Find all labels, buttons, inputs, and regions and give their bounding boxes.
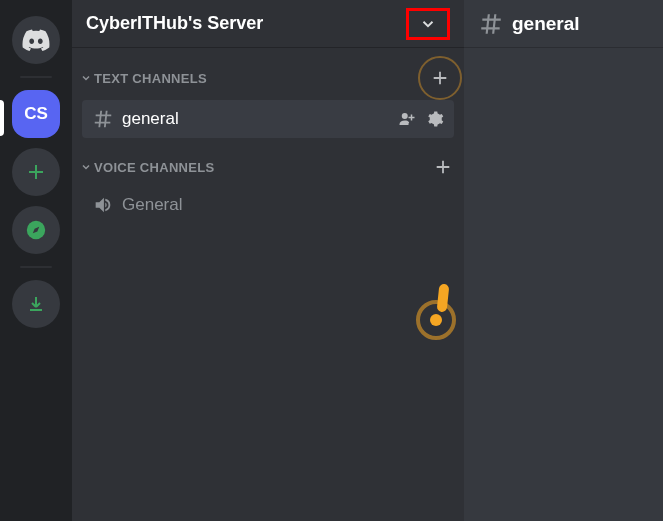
category-label: TEXT CHANNELS bbox=[94, 71, 207, 86]
home-button[interactable] bbox=[12, 16, 60, 64]
rail-separator bbox=[20, 76, 52, 78]
gear-icon[interactable] bbox=[426, 110, 444, 128]
server-dropdown-toggle[interactable] bbox=[406, 8, 450, 40]
category-toggle-voice[interactable]: VOICE CHANNELS bbox=[80, 160, 215, 175]
category-row-text: TEXT CHANNELS bbox=[72, 48, 464, 94]
channel-actions bbox=[398, 110, 444, 128]
channel-name: General bbox=[122, 195, 444, 215]
chat-header: general bbox=[464, 0, 663, 48]
chevron-down-icon bbox=[80, 161, 92, 173]
chevron-down-icon bbox=[419, 15, 437, 33]
selected-server-indicator bbox=[0, 100, 4, 136]
category-row-voice: VOICE CHANNELS bbox=[72, 140, 464, 180]
create-invite-icon[interactable] bbox=[398, 110, 416, 128]
download-button[interactable] bbox=[12, 280, 60, 328]
text-channel-general[interactable]: general bbox=[82, 100, 454, 138]
add-voice-channel-button[interactable] bbox=[434, 158, 452, 176]
discord-logo-icon bbox=[22, 29, 50, 51]
add-text-channel-button[interactable] bbox=[428, 66, 452, 90]
chat-area: general bbox=[464, 0, 663, 521]
server-name: CyberITHub's Server bbox=[86, 13, 263, 34]
channel-sidebar: CyberITHub's Server TEXT CHANNELS genera… bbox=[72, 0, 464, 521]
server-initials: CS bbox=[24, 104, 48, 124]
hash-icon bbox=[92, 108, 114, 130]
speaker-icon bbox=[92, 194, 114, 216]
chevron-down-icon bbox=[80, 72, 92, 84]
category-label: VOICE CHANNELS bbox=[94, 160, 215, 175]
chat-channel-name: general bbox=[512, 13, 580, 35]
explore-button[interactable] bbox=[12, 206, 60, 254]
server-header[interactable]: CyberITHub's Server bbox=[72, 0, 464, 48]
server-pill-selected[interactable]: CS bbox=[12, 90, 60, 138]
plus-icon bbox=[26, 162, 46, 182]
plus-icon bbox=[434, 158, 452, 176]
server-rail: CS bbox=[0, 0, 72, 521]
annotation-pointer bbox=[416, 280, 466, 340]
add-server-button[interactable] bbox=[12, 148, 60, 196]
compass-icon bbox=[25, 219, 47, 241]
plus-icon bbox=[431, 69, 449, 87]
hash-icon bbox=[478, 11, 504, 37]
channel-name: general bbox=[122, 109, 390, 129]
voice-channel-general[interactable]: General bbox=[82, 186, 454, 224]
rail-separator bbox=[20, 266, 52, 268]
category-toggle-text[interactable]: TEXT CHANNELS bbox=[80, 71, 207, 86]
download-icon bbox=[26, 294, 46, 314]
